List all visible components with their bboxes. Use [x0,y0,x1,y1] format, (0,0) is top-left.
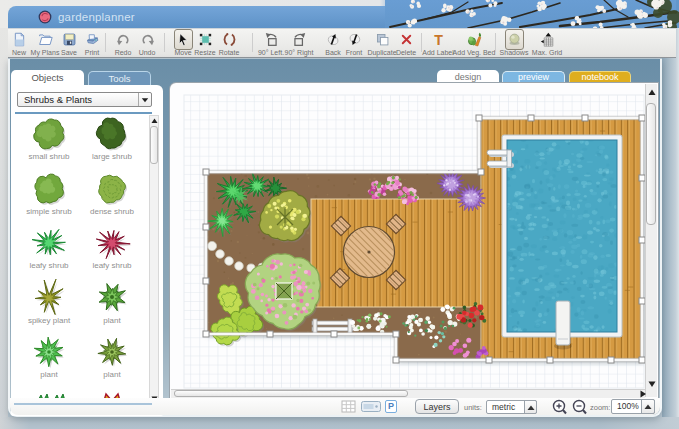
svg-text:T: T [434,32,443,47]
